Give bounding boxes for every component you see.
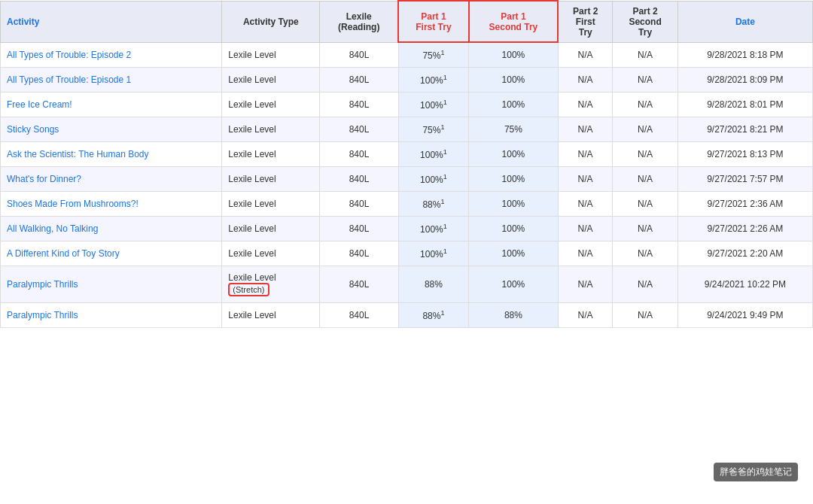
p2-second-try-cell: N/A xyxy=(613,303,678,328)
activity-cell[interactable]: Free Ice Cream! xyxy=(1,93,222,117)
p1-first-try-cell: 100%1 xyxy=(398,68,469,93)
activity-cell[interactable]: All Types of Trouble: Episode 1 xyxy=(1,68,222,93)
activity-sort-link[interactable]: Activity xyxy=(7,17,39,27)
activity-cell[interactable]: All Walking, No Talking xyxy=(1,217,222,241)
lexile-cell: 840L xyxy=(320,68,398,93)
p2-first-try-cell: N/A xyxy=(558,217,613,241)
p2-first-try-cell: N/A xyxy=(558,142,613,167)
activity-cell[interactable]: Paralympic Thrills xyxy=(1,303,222,328)
date-cell: 9/24/2021 10:22 PM xyxy=(678,266,812,303)
p1-second-try-cell: 100% xyxy=(469,192,558,217)
date-cell: 9/28/2021 8:01 PM xyxy=(678,93,812,117)
lexile-cell: 840L xyxy=(320,42,398,68)
p2-second-try-cell: N/A xyxy=(613,142,678,167)
p2-first-try-cell: N/A xyxy=(558,93,613,117)
activity-link[interactable]: Free Ice Cream! xyxy=(7,99,72,110)
activity-type-header: Activity Type xyxy=(222,1,320,42)
date-cell: 9/27/2021 8:13 PM xyxy=(678,142,812,167)
stretch-badge: (Stretch) xyxy=(228,283,269,296)
date-cell: 9/27/2021 2:36 AM xyxy=(678,192,812,217)
p1-first-try-cell: 75%1 xyxy=(398,42,469,68)
activity-link[interactable]: All Types of Trouble: Episode 1 xyxy=(7,74,131,85)
date-cell: 9/27/2021 7:57 PM xyxy=(678,167,812,192)
p1-second-try-cell: 88% xyxy=(469,303,558,328)
activity-link[interactable]: Paralympic Thrills xyxy=(7,310,78,320)
activity-link[interactable]: What's for Dinner? xyxy=(7,174,81,184)
activity-type-cell: Lexile Level xyxy=(222,68,320,93)
date-sort-link[interactable]: Date xyxy=(735,17,755,27)
lexile-cell: 840L xyxy=(320,266,398,303)
p1-second-try-cell: 100% xyxy=(469,217,558,241)
p1-first-try-cell: 100%1 xyxy=(398,142,469,167)
date-cell: 9/27/2021 8:21 PM xyxy=(678,117,812,142)
p2-first-try-cell: N/A xyxy=(558,241,613,266)
p2-first-try-cell: N/A xyxy=(558,167,613,192)
p2-second-try-cell: N/A xyxy=(613,266,678,303)
p2-first-try-cell: N/A xyxy=(558,303,613,328)
p1-first-try-cell: 88%1 xyxy=(398,303,469,328)
activity-cell[interactable]: Paralympic Thrills xyxy=(1,266,222,303)
date-cell: 9/28/2021 8:09 PM xyxy=(678,68,812,93)
activity-cell[interactable]: Shoes Made From Mushrooms?! xyxy=(1,192,222,217)
p2-second-try-cell: N/A xyxy=(613,93,678,117)
activity-link[interactable]: All Types of Trouble: Episode 2 xyxy=(7,50,131,60)
p1-first-try-cell: 100%1 xyxy=(398,217,469,241)
p2-second-try-cell: N/A xyxy=(613,192,678,217)
activity-link[interactable]: Ask the Scientist: The Human Body xyxy=(7,149,149,159)
activity-type-cell: Lexile Level xyxy=(222,93,320,117)
activity-type-cell: Lexile Level xyxy=(222,142,320,167)
part1-first-try-header: Part 1First Try xyxy=(398,1,469,42)
p1-second-try-cell: 100% xyxy=(469,68,558,93)
date-cell: 9/24/2021 9:49 PM xyxy=(678,303,812,328)
activity-cell[interactable]: A Different Kind of Toy Story xyxy=(1,241,222,266)
p2-second-try-cell: N/A xyxy=(613,241,678,266)
p1-first-try-cell: 100%1 xyxy=(398,167,469,192)
p2-first-try-cell: N/A xyxy=(558,266,613,303)
activity-cell[interactable]: Sticky Songs xyxy=(1,117,222,142)
lexile-cell: 840L xyxy=(320,167,398,192)
lexile-cell: 840L xyxy=(320,241,398,266)
part2-first-try-header: Part 2FirstTry xyxy=(558,1,613,42)
activity-header[interactable]: Activity xyxy=(1,1,222,42)
p1-first-try-cell: 100%1 xyxy=(398,93,469,117)
activity-type-cell: Lexile Level xyxy=(222,217,320,241)
activity-type-cell: Lexile Level(Stretch) xyxy=(222,266,320,303)
activity-link[interactable]: Paralympic Thrills xyxy=(7,279,78,290)
p2-second-try-cell: N/A xyxy=(613,68,678,93)
activity-link[interactable]: Shoes Made From Mushrooms?! xyxy=(7,199,139,209)
p2-first-try-cell: N/A xyxy=(558,42,613,68)
part1-second-try-header: Part 1Second Try xyxy=(469,1,558,42)
p2-first-try-cell: N/A xyxy=(558,117,613,142)
p2-second-try-cell: N/A xyxy=(613,217,678,241)
date-header[interactable]: Date xyxy=(678,1,812,42)
lexile-header: Lexile(Reading) xyxy=(320,1,398,42)
p1-second-try-cell: 100% xyxy=(469,167,558,192)
activity-type-cell: Lexile Level xyxy=(222,167,320,192)
p1-second-try-cell: 100% xyxy=(469,142,558,167)
activity-cell[interactable]: What's for Dinner? xyxy=(1,167,222,192)
activity-link[interactable]: All Walking, No Talking xyxy=(7,223,98,234)
activity-type-cell: Lexile Level xyxy=(222,303,320,328)
p1-first-try-cell: 88%1 xyxy=(398,192,469,217)
date-cell: 9/28/2021 8:18 PM xyxy=(678,42,812,68)
p1-second-try-cell: 100% xyxy=(469,42,558,68)
part2-second-try-header: Part 2SecondTry xyxy=(613,1,678,42)
lexile-cell: 840L xyxy=(320,217,398,241)
activity-type-cell: Lexile Level xyxy=(222,117,320,142)
activity-cell[interactable]: Ask the Scientist: The Human Body xyxy=(1,142,222,167)
date-cell: 9/27/2021 2:26 AM xyxy=(678,217,812,241)
p1-first-try-cell: 75%1 xyxy=(398,117,469,142)
p1-second-try-cell: 100% xyxy=(469,241,558,266)
p2-first-try-cell: N/A xyxy=(558,68,613,93)
lexile-cell: 840L xyxy=(320,93,398,117)
lexile-cell: 840L xyxy=(320,142,398,167)
p1-second-try-cell: 75% xyxy=(469,117,558,142)
p2-second-try-cell: N/A xyxy=(613,117,678,142)
activity-link[interactable]: A Different Kind of Toy Story xyxy=(7,248,120,259)
lexile-cell: 840L xyxy=(320,192,398,217)
lexile-cell: 840L xyxy=(320,117,398,142)
lexile-cell: 840L xyxy=(320,303,398,328)
activity-cell[interactable]: All Types of Trouble: Episode 2 xyxy=(1,42,222,68)
date-cell: 9/27/2021 2:20 AM xyxy=(678,241,812,266)
activity-link[interactable]: Sticky Songs xyxy=(7,124,59,135)
